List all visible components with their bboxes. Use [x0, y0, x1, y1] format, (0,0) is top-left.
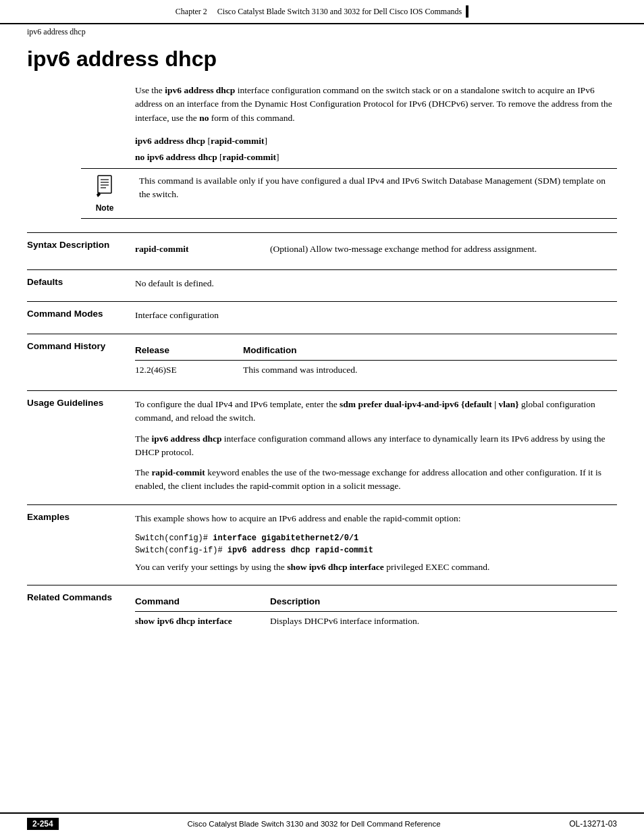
cmd-highlight-1: ipv6 address dhcp	[165, 85, 235, 95]
related-commands-label: Related Commands	[27, 592, 135, 631]
syntax-description-content: rapid-commit (Optional) Allow two-messag…	[135, 240, 617, 259]
history-col-release: Release	[135, 341, 243, 361]
syntax-table: rapid-commit (Optional) Allow two-messag…	[135, 240, 617, 259]
note-text: This command is available only if you ha…	[139, 174, 617, 202]
note-icon-area: Note	[81, 174, 128, 213]
related-table: Command Description show ipv6 dhcp inter…	[135, 592, 617, 631]
usage-guidelines-content: To configure the dual IPv4 and IPv6 temp…	[135, 398, 617, 494]
usage-guidelines-label: Usage Guidelines	[27, 398, 135, 494]
history-col-modification: Modification	[243, 341, 617, 361]
usage-para-1: The ipv6 address dhcp interface configur…	[135, 432, 617, 460]
command-modes-content: Interface configuration	[135, 309, 617, 322]
description-end: form of this command.	[209, 113, 294, 123]
page-container: Chapter 2 Cisco Catalyst Blade Switch 31…	[0, 0, 644, 834]
page-number: 2-254	[27, 818, 59, 830]
syntax-param-bold: rapid-commit	[135, 244, 188, 254]
header-doc-title: Cisco Catalyst Blade Switch 3130 and 303…	[217, 7, 462, 16]
syntax-param-2: rapid-commit	[223, 152, 276, 162]
footer-center-text: Cisco Catalyst Blade Switch 3130 and 303…	[59, 820, 570, 828]
page-footer: 2-254 Cisco Catalyst Blade Switch 3130 a…	[0, 812, 644, 834]
related-commands-section: Related Commands Command Description sho…	[27, 585, 617, 631]
defaults-label: Defaults	[27, 277, 135, 290]
note-pencil-icon	[94, 174, 115, 202]
command-modes-section: Command Modes Interface configuration	[27, 301, 617, 322]
related-col-command: Command	[135, 592, 270, 612]
related-command: show ipv6 dhcp interface	[135, 612, 270, 631]
related-header-row: Command Description	[135, 592, 617, 612]
syntax-table-row: rapid-commit (Optional) Allow two-messag…	[135, 240, 617, 259]
syntax-param-desc-cell: (Optional) Allow two-message exchange me…	[270, 240, 617, 259]
history-table-row: 12.2(46)SEThis command was introduced.	[135, 360, 617, 380]
chapter-label: Chapter 2	[176, 7, 207, 16]
code-line-0: Switch(config)# interface gigabitetherne…	[135, 532, 617, 544]
related-col-description: Description	[270, 592, 617, 612]
command-history-section: Command History Release Modification 12.…	[27, 334, 617, 380]
command-history-label: Command History	[27, 341, 135, 380]
command-modes-label: Command Modes	[27, 309, 135, 322]
svg-rect-0	[98, 176, 111, 193]
examples-label: Examples	[27, 512, 135, 575]
syntax-line-2: no ipv6 address dhcp [rapid-commit]	[135, 152, 617, 163]
syntax-param-1: rapid-commit	[211, 136, 264, 146]
command-history-content: Release Modification 12.2(46)SEThis comm…	[135, 341, 617, 380]
main-content: ipv6 address dhcp Use the ipv6 address d…	[0, 40, 644, 812]
related-table-row: show ipv6 dhcp interfaceDisplays DHCPv6 …	[135, 612, 617, 631]
breadcrumb: ipv6 address dhcp	[0, 24, 644, 40]
syntax-description-section: Syntax Description rapid-commit (Optiona…	[27, 232, 617, 259]
related-commands-content: Command Description show ipv6 dhcp inter…	[135, 592, 617, 631]
defaults-content: No default is defined.	[135, 277, 617, 290]
breadcrumb-text: ipv6 address dhcp	[27, 27, 86, 36]
header-title: Chapter 2 Cisco Catalyst Blade Switch 31…	[176, 7, 462, 17]
usage-para-0: To configure the dual IPv4 and IPv6 temp…	[135, 398, 617, 425]
syntax-description-label: Syntax Description	[27, 240, 135, 259]
description-block: Use the ipv6 address dhcp interface conf…	[135, 84, 617, 125]
header-bar	[466, 5, 468, 18]
syntax-cmd-1: ipv6 address dhcp	[135, 136, 205, 146]
code-line-1: Switch(config-if)# ipv6 address dhcp rap…	[135, 544, 617, 556]
examples-content: This example shows how to acquire an IPv…	[135, 512, 617, 575]
examples-verify: You can verify your settings by using th…	[135, 561, 617, 574]
note-block: Note This command is available only if y…	[81, 168, 617, 219]
no-highlight: no	[199, 113, 209, 123]
examples-section: Examples This example shows how to acqui…	[27, 504, 617, 575]
related-description: Displays DHCPv6 interface information.	[270, 612, 617, 631]
defaults-section: Defaults No default is defined.	[27, 269, 617, 290]
syntax-line-1: ipv6 address dhcp [rapid-commit]	[135, 136, 617, 147]
examples-intro: This example shows how to acquire an IPv…	[135, 512, 617, 525]
usage-para-2: The rapid-commit keyword enables the use…	[135, 466, 617, 494]
note-label: Note	[96, 203, 114, 213]
syntax-cmd-2: no ipv6 address dhcp	[135, 152, 217, 162]
svg-marker-5	[97, 192, 101, 197]
history-release: 12.2(46)SE	[135, 360, 243, 380]
syntax-param-cell: rapid-commit	[135, 240, 270, 259]
history-modification: This command was introduced.	[243, 360, 617, 380]
history-table: Release Modification 12.2(46)SEThis comm…	[135, 341, 617, 380]
history-header-row: Release Modification	[135, 341, 617, 361]
page-title: ipv6 address dhcp	[27, 47, 617, 72]
usage-guidelines-section: Usage Guidelines To configure the dual I…	[27, 390, 617, 494]
example-code-block: Switch(config)# interface gigabitetherne…	[135, 532, 617, 556]
footer-right-text: OL-13271-03	[569, 819, 617, 829]
page-header: Chapter 2 Cisco Catalyst Blade Switch 31…	[0, 0, 644, 24]
description-prefix: Use the	[135, 85, 165, 95]
